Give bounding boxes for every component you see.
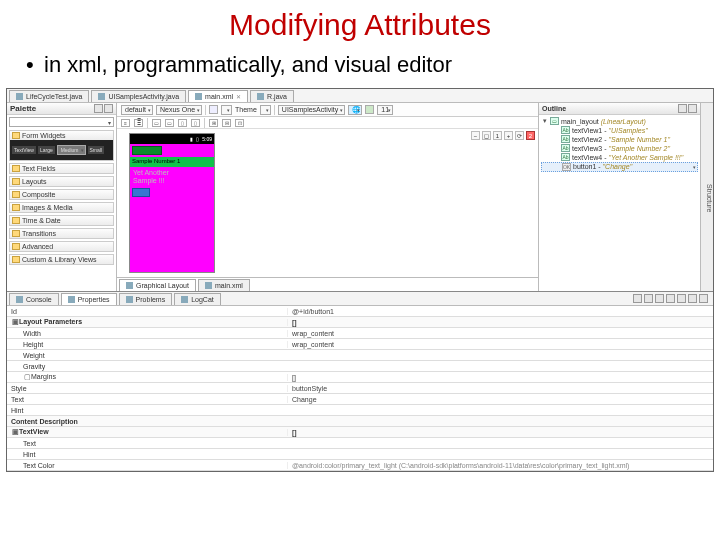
locale-selector[interactable]: 🌐 [348, 105, 362, 115]
folder-icon [12, 217, 20, 224]
structure-rail[interactable]: Structure [700, 103, 713, 291]
prop-row-hint2[interactable]: Hint [7, 449, 713, 460]
slide-title: Modifying Attributes [0, 0, 720, 46]
error-icon[interactable]: 2 [526, 131, 535, 140]
prop-row-textcolor[interactable]: Text Color@android:color/primary_text_li… [7, 460, 713, 471]
prop-row-gravity[interactable]: Gravity [7, 361, 713, 372]
tree-node-textview2[interactable]: AbtextView2 - "Sample Number 1" [541, 135, 698, 144]
preview-textview4[interactable]: Yet AnotherSample !!! [130, 167, 214, 186]
layout-icon[interactable]: ▭ [152, 119, 161, 127]
distribute-icon[interactable]: ⊟ [222, 119, 231, 127]
zoom-in-icon[interactable]: + [504, 131, 513, 140]
prop-row-weight[interactable]: Weight [7, 350, 713, 361]
palette-group-layouts[interactable]: Layouts [9, 176, 114, 187]
group-label: Images & Media [22, 204, 73, 211]
palette-group-images-media[interactable]: Images & Media [9, 202, 114, 213]
palette-group-time-date[interactable]: Time & Date [9, 215, 114, 226]
preview-button1[interactable] [132, 146, 162, 155]
palette-menu-icon[interactable] [104, 104, 113, 113]
zoom-out-icon[interactable]: − [471, 131, 480, 140]
layout-icon[interactable]: ▭ [165, 119, 174, 127]
prop-row-id[interactable]: Id@+id/button1 [7, 306, 713, 317]
java-file-icon [257, 93, 264, 100]
palette-group-text-fields[interactable]: Text Fields [9, 163, 114, 174]
zoom-actual-icon[interactable]: 1 [493, 131, 502, 140]
maximize-icon[interactable] [699, 294, 708, 303]
status-bar: ▮ ▯ 5:09 [130, 134, 214, 144]
zoom-fit-icon[interactable]: ◻ [482, 131, 491, 140]
prop-row-textview-sect[interactable]: ▣TextView[] [7, 427, 713, 438]
tab-rjava[interactable]: R.java [250, 90, 294, 102]
status-time: 5:09 [202, 136, 212, 142]
layout-canvas[interactable]: − ◻ 1 + ⟳ 2 ▮ ▯ 5:09 Sample Number 1 [117, 129, 538, 277]
day-night-selector[interactable] [221, 105, 232, 115]
prop-row-style[interactable]: StylebuttonStyle [7, 383, 713, 394]
outline-panel: Outline ▾▭main_layout (LinearLayout) Abt… [538, 103, 700, 291]
tab-problems[interactable]: Problems [119, 293, 173, 305]
layout-icon[interactable]: ▯ [178, 119, 187, 127]
minimize-icon[interactable] [688, 294, 697, 303]
editor-tabstrip: LifeCycleTest.java UISamplesActivity.jav… [7, 89, 713, 103]
tab-graphical-layout[interactable]: Graphical Layout [119, 279, 196, 291]
group-label: Custom & Library Views [22, 256, 97, 263]
palette-group-composite[interactable]: Composite [9, 189, 114, 200]
props-tool-icon[interactable] [655, 294, 664, 303]
refresh-icon[interactable]: ⟳ [515, 131, 524, 140]
tab-uisamples[interactable]: UISamplesActivity.java [91, 90, 186, 102]
tree-node-button1[interactable]: OKbutton1 - "Change" [541, 162, 698, 172]
group-label: Composite [22, 191, 55, 198]
theme-selector[interactable] [260, 105, 271, 115]
tree-node-textview3[interactable]: AbtextView3 - "Sample Number 2" [541, 144, 698, 153]
preview-textview2[interactable]: Sample Number 1 [130, 157, 214, 167]
palette-title: Palette [10, 104, 36, 113]
outline-sort-icon[interactable] [678, 104, 687, 113]
tab-lifecycle[interactable]: LifeCycleTest.java [9, 90, 89, 102]
distribute-icon[interactable]: ⊡ [235, 119, 244, 127]
preview-change-button[interactable] [132, 188, 150, 197]
tree-node-textview1[interactable]: AbtextView1 - "UISamples" [541, 126, 698, 135]
widget-small[interactable]: Small [88, 146, 105, 154]
palette-view-icon[interactable] [94, 104, 103, 113]
config-selector[interactable]: default [121, 105, 153, 115]
theme-label: Theme [235, 106, 257, 113]
props-tool-icon[interactable] [677, 294, 686, 303]
device-selector[interactable]: Nexus One [156, 105, 202, 115]
prop-row-text[interactable]: TextChange [7, 394, 713, 405]
tab-properties[interactable]: Properties [61, 293, 117, 305]
tree-node-root[interactable]: ▾▭main_layout (LinearLayout) [541, 117, 698, 126]
prop-row-content-desc[interactable]: Content Description [7, 416, 713, 427]
palette-group-form-widgets[interactable]: Form Widgets TextView Large Medium Small [9, 130, 114, 161]
close-icon[interactable]: ✕ [236, 93, 241, 100]
device-preview[interactable]: ▮ ▯ 5:09 Sample Number 1 Yet AnotherSamp… [129, 133, 215, 273]
prop-row-margins[interactable]: ▢Margins[] [7, 372, 713, 383]
prop-row-width[interactable]: Widthwrap_content [7, 328, 713, 339]
tab-mainxml[interactable]: main.xml✕ [188, 90, 248, 102]
palette-group-advanced[interactable]: Advanced [9, 241, 114, 252]
distribute-icon[interactable]: ⊞ [209, 119, 218, 127]
tab-logcat[interactable]: LogCat [174, 293, 221, 305]
orientation-icon[interactable] [209, 105, 218, 114]
widget-medium[interactable]: Medium [57, 145, 86, 155]
widget-textview[interactable]: TextView [12, 146, 36, 154]
palette-group-transitions[interactable]: Transitions [9, 228, 114, 239]
widget-large[interactable]: Large [38, 146, 55, 154]
tree-node-textview4[interactable]: AbtextView4 - "Yet Another Sample !!!" [541, 153, 698, 162]
palette-filter-dropdown[interactable] [9, 117, 114, 127]
prop-row-layout-params[interactable]: ▣Layout Parameters[] [7, 317, 713, 328]
layout-icon [126, 282, 133, 289]
tab-console[interactable]: Console [9, 293, 59, 305]
layout-icon[interactable]: ▯ [191, 119, 200, 127]
tab-xml-source[interactable]: main.xml [198, 279, 250, 291]
activity-selector[interactable]: UISamplesActivity [278, 105, 345, 115]
props-tool-icon[interactable] [644, 294, 653, 303]
prop-row-height[interactable]: Heightwrap_content [7, 339, 713, 350]
prop-row-hint[interactable]: Hint [7, 405, 713, 416]
prop-row-text2[interactable]: Text [7, 438, 713, 449]
props-tool-icon[interactable] [666, 294, 675, 303]
align-icon[interactable]: ≡ [121, 119, 130, 127]
align-icon[interactable]: ≣ [134, 119, 143, 127]
palette-group-custom[interactable]: Custom & Library Views [9, 254, 114, 265]
outline-menu-icon[interactable] [688, 104, 697, 113]
props-tool-icon[interactable] [633, 294, 642, 303]
api-selector[interactable]: 11 [377, 105, 393, 115]
